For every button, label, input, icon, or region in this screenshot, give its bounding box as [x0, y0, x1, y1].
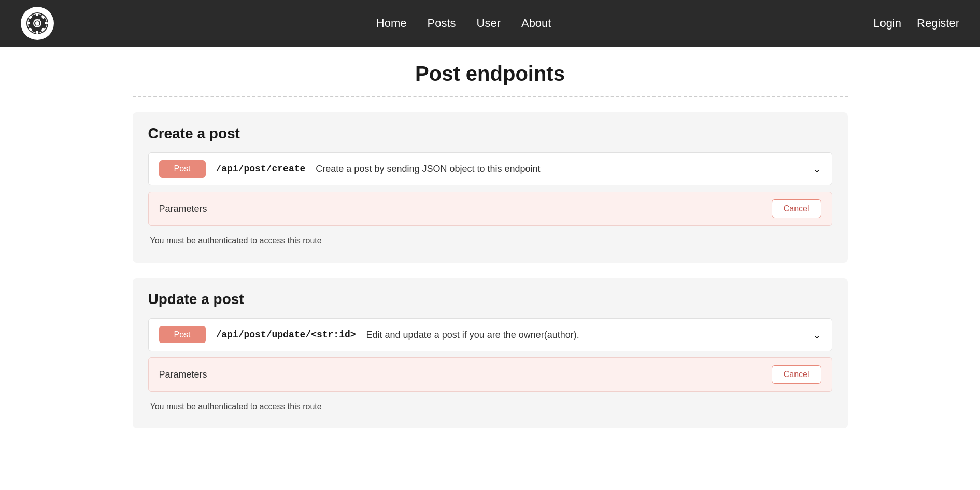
nav-link-home[interactable]: Home	[376, 17, 407, 30]
svg-rect-3	[36, 31, 38, 34]
parameters-row-update: Parameters Cancel	[148, 357, 832, 392]
divider	[133, 96, 848, 97]
nav-link-login[interactable]: Login	[873, 17, 901, 30]
svg-text:REST: REST	[35, 19, 40, 21]
endpoint-path-update: /api/post/update/<str:id>	[216, 329, 356, 340]
cancel-button-update[interactable]: Cancel	[772, 365, 821, 384]
chevron-down-icon-update[interactable]: ⌄	[813, 328, 821, 341]
logo[interactable]: REST API	[21, 7, 54, 40]
cancel-button-create[interactable]: Cancel	[772, 199, 821, 218]
svg-rect-4	[27, 22, 30, 24]
endpoint-description-create: Create a post by sending JSON object to …	[316, 164, 802, 175]
nav-link-about[interactable]: About	[521, 17, 551, 30]
nav-center-links: Home Posts User About	[54, 17, 873, 30]
page-title: Post endpoints	[133, 62, 848, 85]
endpoint-description-update: Edit and update a post if you are the ow…	[366, 329, 802, 340]
endpoint-row-update: Post /api/post/update/<str:id> Edit and …	[148, 318, 832, 351]
section-title-update-post: Update a post	[148, 291, 832, 308]
svg-rect-5	[45, 22, 48, 24]
nav-link-register[interactable]: Register	[917, 17, 959, 30]
parameters-row-create: Parameters Cancel	[148, 192, 832, 226]
parameters-label-update: Parameters	[159, 369, 207, 380]
nav-link-user[interactable]: User	[477, 17, 501, 30]
endpoint-row-create: Post /api/post/create Create a post by s…	[148, 152, 832, 185]
section-title-create-post: Create a post	[148, 125, 832, 142]
section-create-post: Create a post Post /api/post/create Crea…	[133, 112, 848, 263]
auth-note-update: You must be authenticated to access this…	[148, 398, 832, 415]
svg-rect-2	[36, 13, 38, 16]
auth-note-create: You must be authenticated to access this…	[148, 232, 832, 250]
method-badge-create: Post	[159, 160, 206, 178]
svg-text:API: API	[36, 24, 39, 27]
nav-right-links: Login Register	[873, 17, 959, 30]
main-content: Post endpoints Create a post Post /api/p…	[112, 47, 869, 459]
method-badge-update: Post	[159, 326, 206, 343]
nav-link-posts[interactable]: Posts	[427, 17, 456, 30]
chevron-down-icon-create[interactable]: ⌄	[813, 163, 821, 175]
endpoint-path-create: /api/post/create	[216, 164, 306, 174]
navbar: REST API Home Posts User About Login Reg…	[0, 0, 980, 47]
parameters-label-create: Parameters	[159, 204, 207, 214]
section-update-post: Update a post Post /api/post/update/<str…	[133, 278, 848, 428]
